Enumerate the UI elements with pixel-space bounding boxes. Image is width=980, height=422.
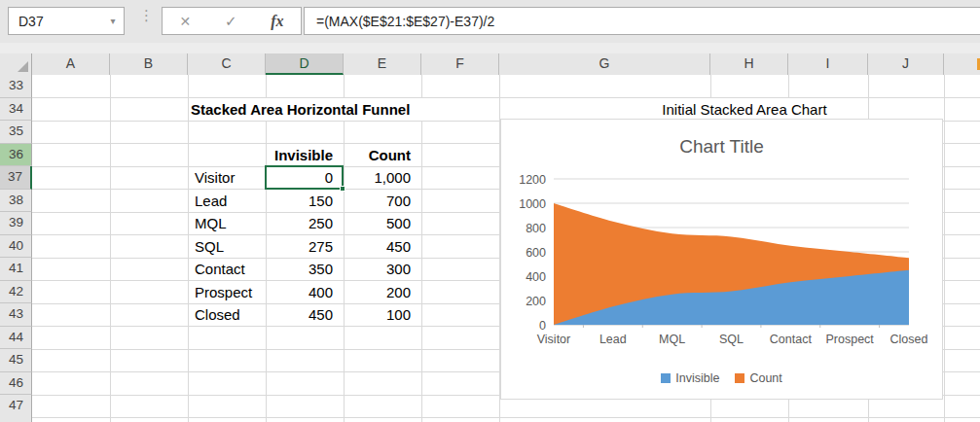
svg-text:600: 600 [526,246,546,260]
svg-text:Closed: Closed [890,333,928,346]
gridline-v [421,75,422,422]
legend-item-count[interactable]: Count [735,371,781,385]
row-header-43[interactable]: 43 [0,303,32,327]
formula-text[interactable]: =(MAX($E$21:$E$27)-E37)/2 [305,14,494,29]
name-box-dropdown-icon[interactable]: ▾ [102,16,124,26]
enter-icon[interactable]: ✓ [225,13,237,30]
excel-window: D37 ▾ ⋮ ✕ ✓ fx =(MAX($E$21:$E$27)-E37)/2… [0,0,980,422]
cell-D40[interactable]: 275 [267,235,339,259]
row-header-42[interactable]: 42 [0,281,32,304]
gridline-v [110,75,111,422]
row-header-37[interactable]: 37 [0,166,32,190]
row-header-44[interactable]: 44 [0,327,32,350]
cell-E36-header[interactable]: Count [345,144,417,167]
legend-label: Invisible [675,371,719,385]
svg-text:SQL: SQL [719,333,744,346]
chart-legend: Invisible Count [501,370,942,386]
cell-C43[interactable]: Closed [191,303,265,327]
name-box-value[interactable]: D37 [9,14,102,29]
gridline-h [32,417,980,418]
row-header-34[interactable]: 34 [0,98,32,122]
row-header-45[interactable]: 45 [0,349,32,372]
cell-D41[interactable]: 350 [267,258,339,281]
gridline-v [944,75,945,422]
cell-E37[interactable]: 1,000 [345,166,417,190]
insert-function-icon[interactable]: fx [271,13,283,30]
formula-buttons: ✕ ✓ fx [162,7,302,35]
column-header-B[interactable]: B [110,53,188,75]
toolbar-gap [0,43,980,53]
cell-C41[interactable]: Contact [191,258,265,281]
cell-D43[interactable]: 450 [267,303,339,327]
legend-item-invisible[interactable]: Invisible [661,371,719,385]
cell-C38[interactable]: Lead [191,190,265,213]
column-header-E[interactable]: E [344,53,421,75]
cell-D42[interactable]: 400 [267,281,339,304]
svg-text:800: 800 [526,222,546,235]
svg-text:200: 200 [526,295,546,308]
svg-text:0: 0 [539,319,546,333]
cell-E39[interactable]: 500 [345,212,417,235]
svg-text:Prospect: Prospect [825,333,874,346]
column-header-H[interactable]: H [710,53,788,75]
column-header-K-partial[interactable] [944,53,980,75]
name-box[interactable]: D37 ▾ [8,7,125,35]
svg-text:Visitor: Visitor [537,333,571,346]
row-header-47[interactable]: 47 [0,395,32,422]
svg-text:Lead: Lead [599,333,627,346]
row-header-36[interactable]: 36 [0,144,32,167]
svg-text:1200: 1200 [519,173,546,187]
row-header-41[interactable]: 41 [0,258,32,281]
cell-C40[interactable]: SQL [191,235,265,259]
row-header-38[interactable]: 38 [0,190,32,213]
formula-input[interactable]: =(MAX($E$21:$E$27)-E37)/2 [304,7,980,35]
legend-swatch-blue [661,373,671,383]
row-header-33[interactable]: 33 [0,75,32,98]
row-header-39[interactable]: 39 [0,212,32,235]
select-all-corner[interactable] [0,53,32,75]
cell-D36-header[interactable]: Invisible [267,144,339,167]
cancel-icon[interactable]: ✕ [179,14,191,29]
column-header-C[interactable]: C [188,53,266,75]
cell-E42[interactable]: 200 [345,281,417,304]
svg-text:400: 400 [526,270,546,284]
column-header-G[interactable]: G [499,53,710,75]
funnel-area-chart[interactable]: 020040060080010001200VisitorLeadMQLSQLCo… [500,119,943,400]
cell-E38[interactable]: 700 [345,190,417,213]
legend-swatch-orange [735,373,744,383]
cell-C39[interactable]: MQL [191,212,265,235]
row-header-35[interactable]: 35 [0,121,32,144]
active-cell-selection[interactable] [265,165,344,190]
column-header-F[interactable]: F [421,53,499,75]
cell-E41[interactable]: 300 [345,258,417,281]
cell-C42[interactable]: Prospect [191,281,265,304]
column-header-I[interactable]: I [788,53,868,75]
formula-bar: D37 ▾ ⋮ ✕ ✓ fx =(MAX($E$21:$E$27)-E37)/2 [0,0,980,43]
chart-title[interactable]: Chart Title [501,136,942,158]
cell-E40[interactable]: 450 [345,235,417,259]
cell-C37[interactable]: Visitor [191,166,265,190]
cell-C34-section-title[interactable]: Stacked Area Horizontal Funnel [191,98,424,122]
legend-label: Count [749,371,781,385]
corner-triangle-icon [18,61,28,72]
row-header-46[interactable]: 46 [0,372,32,396]
cell-D38[interactable]: 150 [267,190,339,213]
chart-plot-area: 020040060080010001200VisitorLeadMQLSQLCo… [501,120,944,401]
svg-text:1000: 1000 [519,197,546,211]
svg-text:Contact: Contact [770,333,813,346]
row-header-40[interactable]: 40 [0,235,32,259]
gridline-v [188,75,189,422]
formula-bar-drag-handle-icon: ⋮ [139,10,153,33]
fill-handle[interactable] [340,186,345,192]
column-header-D[interactable]: D [266,53,344,75]
column-header-J[interactable]: J [868,53,944,75]
cell-D39[interactable]: 250 [267,212,339,235]
cell-H34-chart-label[interactable]: Initial Stacked Area Chart [639,98,850,122]
svg-text:MQL: MQL [659,333,685,346]
cell-E43[interactable]: 100 [345,303,417,327]
column-header-A[interactable]: A [32,53,110,75]
